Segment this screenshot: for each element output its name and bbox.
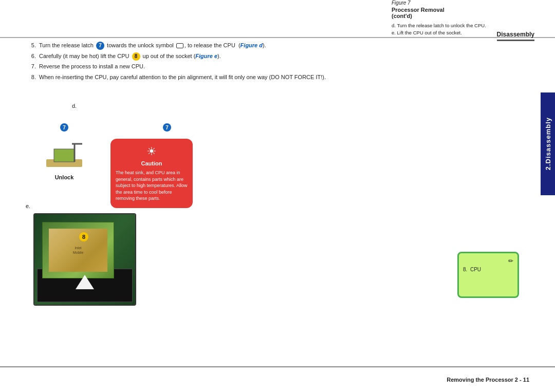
figure-caption-e: e. Lift the CPU out of the socket.: [392, 29, 541, 36]
unlock-label: Unlock: [55, 174, 74, 180]
unlock-symbol: [176, 43, 183, 48]
arrow-up-icon: [76, 275, 94, 289]
figure-d-link[interactable]: Figure d: [240, 42, 263, 48]
cpu-chip-text: IntelMobile: [73, 246, 84, 255]
badge-8-photo: 8: [79, 232, 88, 241]
top-divider: [0, 37, 555, 38]
step-8-text: When re-inserting the CPU, pay careful a…: [39, 73, 326, 82]
figure-caption-d: d. Turn the release latch to unlock the …: [392, 22, 541, 29]
step-7: 7. Reverse the process to install a new …: [26, 62, 385, 71]
figure-label: Figure 7: [392, 0, 541, 6]
sidebar-tab: 2.Disassembly: [541, 92, 555, 195]
bottom-bar: Removing the Processor 2 - 11: [0, 366, 555, 392]
step-7-text: Reverse the process to install a new CPU…: [39, 62, 145, 71]
badge-7-step5: 7: [96, 42, 104, 50]
step-6: 6. Carefully (it may be hot) lift the CP…: [26, 52, 385, 61]
step-7-num: 7.: [26, 62, 36, 71]
step-5-num: 5.: [26, 41, 36, 50]
caution-icon: ☀: [116, 145, 188, 158]
cpu-photo: IntelMobile 8: [33, 213, 136, 306]
badge-8-step6: 8: [132, 52, 140, 61]
pencil-icon: ✏: [463, 257, 513, 265]
cpu-note-num: 8.: [463, 267, 467, 272]
badge-7-unlock: 7: [60, 123, 68, 132]
e-label: e.: [26, 203, 30, 209]
svg-rect-1: [54, 149, 75, 162]
step-8: 8. When re-inserting the CPU, pay carefu…: [26, 73, 385, 82]
figure-info: Figure 7 Processor Removal (cont'd) d. T…: [392, 0, 541, 37]
step-5: 5. Turn the release latch 7 towards the …: [26, 41, 385, 50]
step-6-text: Carefully (it may be hot) lift the CPU 8…: [39, 52, 221, 61]
badge-7-lock: 7: [163, 123, 171, 132]
unlock-side: 7 Unlock: [41, 123, 87, 180]
caution-box: ☀ Caution The heat sink, and CPU area in…: [110, 139, 193, 208]
caution-title: Caution: [116, 160, 188, 166]
step-5-text: Turn the release latch 7 towards the unl…: [39, 41, 266, 50]
figure-e-link[interactable]: Figure e: [195, 53, 217, 59]
page-footer: Removing the Processor 2 - 11: [447, 377, 529, 383]
caution-text: The heat sink, and CPU area in general, …: [116, 170, 188, 202]
step-8-num: 8.: [26, 73, 36, 82]
unlock-latch-svg: [41, 134, 87, 172]
sidebar-tab-label: 2.Disassembly: [544, 117, 552, 170]
cpu-note-label: CPU: [470, 267, 481, 272]
steps-list: 5. Turn the release latch 7 towards the …: [26, 41, 385, 83]
figure-title: Processor Removal (cont'd): [392, 7, 541, 19]
cpu-note-box: ✏ 8. CPU: [457, 252, 519, 298]
figure-captions: d. Turn the release latch to unlock the …: [392, 22, 541, 37]
cpu-note-content: 8. CPU: [463, 267, 513, 272]
step-6-num: 6.: [26, 52, 36, 61]
d-label: d.: [72, 103, 77, 109]
